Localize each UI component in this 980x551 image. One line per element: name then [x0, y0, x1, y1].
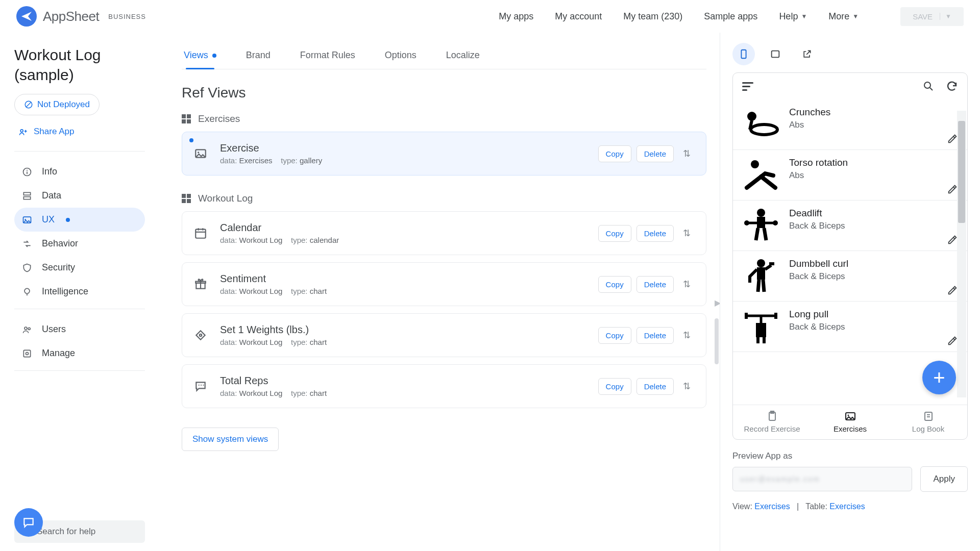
ux-tabs: Views Brand Format Rules Options Localiz… [182, 42, 706, 69]
svg-line-53 [763, 280, 764, 292]
sidebar-item-behavior[interactable]: Behavior [14, 232, 145, 256]
copy-button[interactable]: Copy [598, 225, 631, 242]
sidebar-item-ux[interactable]: UX [14, 208, 145, 232]
edit-icon[interactable] [947, 133, 958, 144]
bottom-tab-exercises[interactable]: Exercises [811, 405, 889, 439]
svg-point-12 [24, 288, 30, 293]
sidebar-item-security[interactable]: Security [14, 256, 145, 280]
sidebar-item-users[interactable]: Users [14, 317, 145, 341]
nav-my-account[interactable]: My account [555, 11, 602, 22]
show-system-views-button[interactable]: Show system views [182, 428, 279, 451]
not-deployed-chip[interactable]: Not Deployed [14, 94, 100, 115]
tab-options[interactable]: Options [383, 42, 419, 69]
svg-rect-50 [757, 267, 765, 280]
svg-point-38 [751, 124, 777, 135]
view-card-total-reps[interactable]: Total Reps data: Workout Log type: chart… [182, 364, 706, 408]
nav-help[interactable]: Help▼ [779, 11, 807, 22]
copy-button[interactable]: Copy [598, 378, 631, 395]
sidebar-item-data[interactable]: Data [14, 184, 145, 208]
delete-button[interactable]: Delete [636, 327, 674, 344]
delete-button[interactable]: Delete [636, 225, 674, 242]
svg-point-64 [847, 415, 849, 416]
main-content: Views Brand Format Rules Options Localiz… [153, 33, 720, 551]
group-exercises: Exercises [182, 113, 706, 124]
refresh-icon[interactable] [946, 80, 958, 92]
tab-brand[interactable]: Brand [244, 42, 273, 69]
preview-scrollbar[interactable] [957, 111, 966, 397]
image-icon [193, 146, 208, 161]
device-phone-icon[interactable] [732, 43, 755, 65]
delete-button[interactable]: Delete [636, 276, 674, 293]
bottom-tab-logbook[interactable]: Log Book [889, 405, 967, 439]
preview-as-label: Preview App as [732, 451, 968, 461]
svg-rect-51 [769, 262, 774, 265]
sidebar-item-manage[interactable]: Manage [14, 341, 145, 365]
exercise-image [742, 309, 780, 344]
card-meta: data: Workout Log type: chart [220, 287, 586, 295]
view-card-exercise[interactable]: Exercise data: Exercises type: gallery C… [182, 132, 706, 176]
device-tablet-icon[interactable] [764, 43, 787, 65]
edit-icon[interactable] [947, 335, 958, 346]
svg-point-42 [757, 209, 765, 217]
copy-button[interactable]: Copy [598, 276, 631, 293]
copy-button[interactable]: Copy [598, 327, 631, 344]
apply-button[interactable]: Apply [920, 466, 968, 492]
bottom-tab-record[interactable]: Record Exercise [733, 405, 811, 439]
view-card-sentiment[interactable]: Sentiment data: Workout Log type: chart … [182, 262, 706, 306]
footer-view-link[interactable]: Exercises [754, 502, 790, 511]
search-icon[interactable] [922, 80, 935, 92]
share-icon [18, 127, 29, 137]
drag-handle-icon[interactable]: ⇅ [679, 381, 695, 392]
share-app-button[interactable]: Share App [14, 122, 78, 141]
sidebar-item-info[interactable]: Info [14, 160, 145, 184]
divider [14, 309, 145, 309]
edit-icon[interactable] [947, 184, 958, 195]
tab-format-rules[interactable]: Format Rules [298, 42, 357, 69]
sort-icon[interactable] [742, 82, 753, 91]
svg-line-39 [750, 120, 752, 130]
list-item[interactable]: Torso rotationAbs [733, 150, 967, 201]
nav-my-team[interactable]: My team (230) [623, 11, 682, 22]
svg-point-37 [747, 112, 756, 121]
divider [14, 151, 145, 152]
copy-button[interactable]: Copy [598, 145, 631, 162]
nav-sample-apps[interactable]: Sample apps [704, 11, 757, 22]
chevron-down-icon: ▼ [801, 13, 807, 20]
drag-handle-icon[interactable]: ⇅ [679, 330, 695, 341]
footer-table-link[interactable]: Exercises [829, 502, 865, 511]
sidebar-item-intelligence[interactable]: Intelligence [14, 280, 145, 304]
preview-as-input[interactable]: user@example.com [732, 467, 912, 491]
exercise-image [742, 157, 780, 193]
list-item[interactable]: Long pullBack & Biceps [733, 302, 967, 352]
nav-my-apps[interactable]: My apps [499, 11, 533, 22]
drag-handle-icon[interactable]: ⇅ [679, 228, 695, 239]
app-title: Workout Log (sample) [14, 45, 145, 85]
view-card-calendar[interactable]: Calendar data: Workout Log type: calenda… [182, 211, 706, 255]
drag-handle-icon[interactable]: ⇅ [679, 279, 695, 290]
svg-point-32 [203, 385, 204, 386]
edit-icon[interactable] [947, 234, 958, 245]
view-card-set1-weights[interactable]: Set 1 Weights (lbs.) data: Workout Log t… [182, 313, 706, 357]
chat-fab[interactable] [14, 508, 43, 537]
open-external-icon[interactable] [796, 43, 818, 65]
scrollbar[interactable] [715, 318, 719, 364]
edit-icon[interactable] [947, 285, 958, 296]
delete-button[interactable]: Delete [636, 145, 674, 162]
svg-point-7 [27, 169, 28, 170]
nav-more[interactable]: More▼ [828, 11, 859, 22]
delete-button[interactable]: Delete [636, 378, 674, 395]
tab-views[interactable]: Views [182, 42, 218, 69]
drag-handle-icon[interactable]: ⇅ [679, 148, 695, 159]
add-fab[interactable]: + [922, 361, 956, 394]
sidebar: Workout Log (sample) Not Deployed Share … [0, 33, 153, 551]
list-item[interactable]: CrunchesAbs [733, 99, 967, 150]
book-icon [922, 410, 935, 422]
brand[interactable]: AppSheet BUSINESS [16, 6, 146, 27]
list-item[interactable]: Dumbbell curlBack & Biceps [733, 251, 967, 302]
exercise-image [742, 107, 780, 142]
expand-preview-icon[interactable]: ▶ [715, 298, 720, 308]
exercise-image [742, 258, 780, 294]
tab-localize[interactable]: Localize [444, 42, 482, 69]
svg-point-35 [924, 82, 930, 88]
list-item[interactable]: DeadliftBack & Biceps [733, 201, 967, 251]
